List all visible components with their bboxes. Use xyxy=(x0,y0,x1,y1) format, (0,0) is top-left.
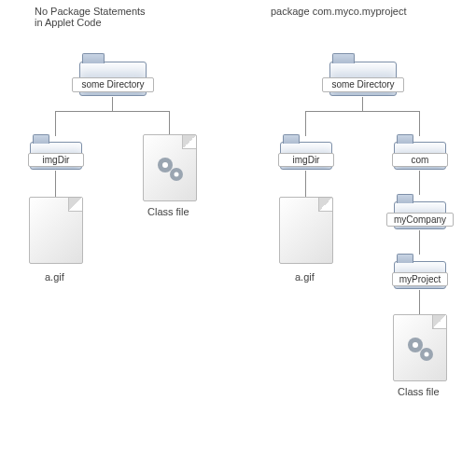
right-com-folder: com xyxy=(394,142,446,170)
left-title: No Package Statements in Applet Code xyxy=(35,6,146,28)
diagram-stage: No Package Statements in Applet Code pac… xyxy=(0,0,476,469)
left-img-filename: a.gif xyxy=(45,271,64,283)
right-title: package com.myco.myproject xyxy=(271,6,407,17)
right-mycompany-folder: myCompany xyxy=(394,201,446,229)
right-img-filename: a.gif xyxy=(295,271,315,283)
gears-icon xyxy=(401,330,439,367)
left-img-file xyxy=(29,197,83,264)
right-imgdir-folder: imgDir xyxy=(280,142,332,170)
right-imgdir-label: imgDir xyxy=(278,153,334,167)
right-root-label: some Directory xyxy=(322,77,404,92)
svg-point-3 xyxy=(175,172,179,177)
left-class-file xyxy=(143,134,197,201)
gears-icon xyxy=(151,150,189,187)
right-img-file xyxy=(279,197,333,264)
right-myproject-folder: myProject xyxy=(394,261,446,289)
svg-point-5 xyxy=(413,342,418,348)
svg-point-1 xyxy=(162,162,168,168)
right-root-folder: some Directory xyxy=(329,62,397,96)
right-com-label: com xyxy=(392,153,448,167)
right-mycompany-label: myCompany xyxy=(386,213,454,227)
left-imgdir-label: imgDir xyxy=(28,153,84,167)
right-class-caption: Class file xyxy=(398,386,440,397)
svg-point-7 xyxy=(425,352,429,357)
left-root-label: some Directory xyxy=(72,77,154,92)
right-class-file xyxy=(393,314,447,381)
right-myproject-label: myProject xyxy=(392,272,448,286)
left-root-folder: some Directory xyxy=(79,62,147,96)
left-imgdir-folder: imgDir xyxy=(30,142,82,170)
left-class-caption: Class file xyxy=(147,206,189,217)
